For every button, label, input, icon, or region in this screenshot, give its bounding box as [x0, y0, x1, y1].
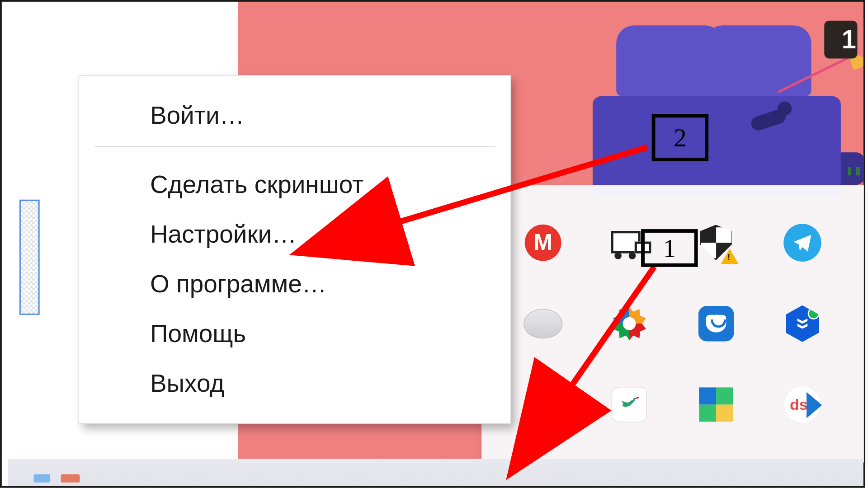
warning-overlay-icon [721, 249, 738, 264]
taskbar-edge [8, 459, 863, 486]
selection-handle[interactable] [19, 200, 39, 315]
menu-item-label: Сделать скриншот [150, 171, 363, 198]
menu-item-about[interactable]: О программе… [79, 259, 510, 309]
settings-tray-icon[interactable] [609, 304, 650, 344]
telegram-tray-icon[interactable] [782, 222, 822, 263]
decorative-grass [848, 167, 863, 175]
shell-icon [524, 309, 562, 338]
menu-item-label: Войти… [150, 102, 245, 129]
feather-icon [520, 381, 566, 429]
annotation-step-label: 2 [674, 122, 687, 153]
menu-item-label: О программе… [150, 270, 327, 297]
pocket-icon [698, 306, 733, 341]
defender-tray-icon[interactable] [696, 222, 736, 263]
annotation-step-2: 2 [652, 114, 708, 161]
menu-item-settings[interactable]: Настройки… [79, 210, 510, 259]
menu-separator [94, 146, 495, 147]
hex-icon [784, 305, 821, 342]
telegram-icon [783, 224, 821, 262]
date-badge: 1 [824, 21, 857, 59]
pocket-tray-icon[interactable] [696, 304, 736, 344]
menu-item-label: Выход [150, 369, 224, 397]
screenshot-canvas: 1 M [0, 0, 868, 488]
ds-tray-icon[interactable]: ds [782, 385, 822, 425]
disc-tray-icon[interactable] [523, 304, 563, 344]
gear-icon [613, 307, 646, 340]
menu-item-login[interactable]: Войти… [79, 91, 510, 141]
menu-item-screenshot[interactable]: Сделать скриншот [79, 160, 510, 210]
date-badge-text: 1 [842, 25, 856, 54]
lightshot-tray-icon[interactable] [523, 385, 563, 425]
ds-play-icon: ds [783, 386, 821, 424]
cropped-desktop-region: 1 M [0, 0, 865, 488]
annotation-step-label: 1 [663, 233, 676, 263]
hummingbird-icon [612, 387, 647, 422]
menu-item-help[interactable]: Помощь [79, 309, 510, 359]
quad-tiles-icon [699, 388, 733, 422]
menu-item-label: Настройки… [150, 221, 297, 248]
mega-tray-icon[interactable]: M [523, 222, 563, 263]
menu-item-label: Помощь [150, 319, 246, 347]
svg-point-0 [633, 398, 635, 400]
mega-icon: M [525, 224, 561, 261]
tray-context-menu: Войти… Сделать скриншот Настройки… О про… [79, 75, 511, 424]
menu-item-exit[interactable]: Выход [79, 358, 510, 408]
ms-tiles-tray-icon[interactable] [696, 385, 736, 425]
driver-tray-icon[interactable] [782, 304, 822, 344]
colibri-tray-icon[interactable] [609, 385, 650, 425]
annotation-step-1: 1 [641, 229, 698, 267]
system-tray-overflow: M [481, 185, 864, 462]
